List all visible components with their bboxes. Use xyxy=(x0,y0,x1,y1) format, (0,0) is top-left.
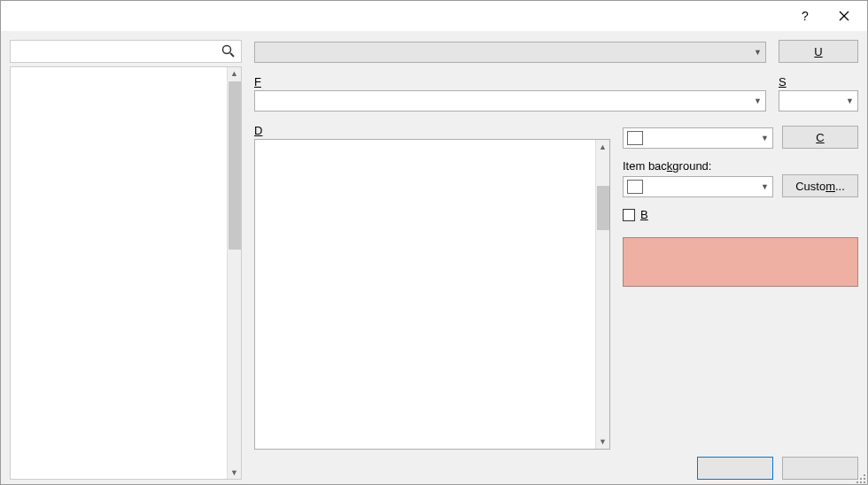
chevron-down-icon: ▼ xyxy=(761,182,769,191)
title-bar: ? xyxy=(1,1,867,31)
scroll-up-icon[interactable]: ▲ xyxy=(228,67,241,80)
list-scrollbar[interactable]: ▲ ▼ xyxy=(595,140,609,449)
chevron-down-icon: ▼ xyxy=(754,96,762,105)
svg-rect-7 xyxy=(856,481,858,483)
svg-line-3 xyxy=(230,53,234,57)
options-tree[interactable]: ▲ ▼ xyxy=(10,66,242,480)
svg-rect-6 xyxy=(864,478,865,480)
scroll-up-icon[interactable]: ▲ xyxy=(596,140,609,154)
chevron-down-icon: ▼ xyxy=(846,96,854,105)
tree-scrollbar[interactable]: ▲ ▼ xyxy=(227,67,241,479)
svg-rect-9 xyxy=(864,481,865,483)
cancel-button[interactable] xyxy=(782,457,858,480)
search-input[interactable] xyxy=(10,40,242,63)
svg-rect-5 xyxy=(860,478,862,480)
resize-grip-icon[interactable] xyxy=(855,473,867,485)
svg-rect-8 xyxy=(860,481,862,483)
scroll-down-icon[interactable]: ▼ xyxy=(596,435,609,449)
scroll-thumb[interactable] xyxy=(597,186,609,230)
item-background-label: Item background: xyxy=(623,159,858,173)
font-label: F xyxy=(254,75,766,89)
svg-rect-4 xyxy=(864,474,865,476)
svg-point-2 xyxy=(223,46,231,54)
sample-preview xyxy=(623,237,858,287)
search-icon xyxy=(221,44,236,61)
item-foreground-combo[interactable]: ▼ xyxy=(623,127,773,149)
display-items-list[interactable]: ▲ ▼ xyxy=(254,139,610,450)
help-button[interactable]: ? xyxy=(786,3,825,29)
custom-bg-button[interactable]: Custom... xyxy=(782,174,858,197)
chevron-down-icon: ▼ xyxy=(754,48,762,57)
display-items-label: D xyxy=(254,124,610,137)
use-defaults-button[interactable]: U xyxy=(779,40,858,63)
close-button[interactable] xyxy=(825,3,864,29)
size-combo[interactable]: ▼ xyxy=(779,90,858,112)
color-swatch-icon xyxy=(627,131,643,145)
checkbox-icon xyxy=(623,209,635,221)
scroll-thumb[interactable] xyxy=(229,81,241,250)
scroll-down-icon[interactable]: ▼ xyxy=(228,466,241,479)
color-swatch-icon xyxy=(627,180,643,194)
font-combo[interactable]: ▼ xyxy=(254,90,766,112)
custom-fg-button[interactable]: C xyxy=(782,126,858,149)
bold-checkbox[interactable]: B xyxy=(623,208,858,221)
ok-button[interactable] xyxy=(697,457,773,480)
item-background-combo[interactable]: ▼ xyxy=(623,176,773,197)
chevron-down-icon: ▼ xyxy=(761,134,769,142)
search-field[interactable] xyxy=(16,44,218,59)
size-label: S xyxy=(779,75,858,89)
show-settings-combo[interactable]: ▼ xyxy=(254,42,766,63)
